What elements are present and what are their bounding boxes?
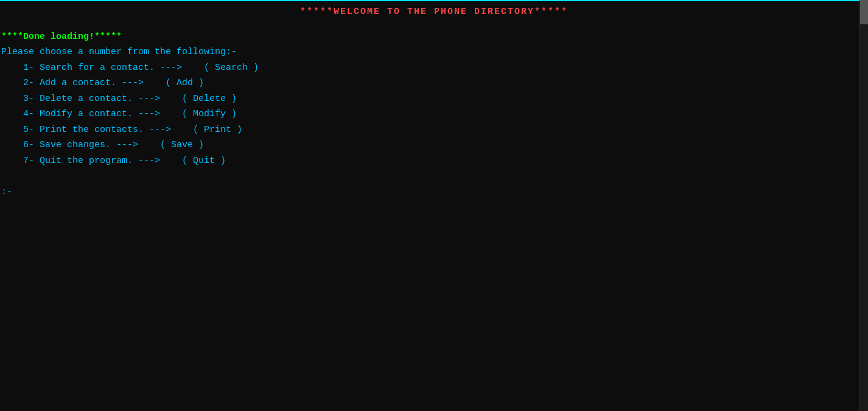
prompt-instruction: Please choose a number from the followin…: [1, 44, 866, 60]
menu-item-6: 6- Save changes. ---> ( Save ): [1, 137, 866, 153]
scrollbar[interactable]: [859, 0, 868, 411]
terminal-window: *****WELCOME TO THE PHONE DIRECTORY*****…: [0, 0, 868, 411]
title-bar: *****WELCOME TO THE PHONE DIRECTORY*****: [0, 0, 868, 23]
input-prompt[interactable]: :-: [1, 184, 866, 200]
menu-item-7: 7- Quit the program. ---> ( Quit ): [1, 153, 866, 169]
menu-item-1: 1- Search for a contact. ---> ( Search ): [1, 60, 866, 76]
menu-item-5: 5- Print the contacts. ---> ( Print ): [1, 122, 866, 138]
spacer: [1, 168, 866, 184]
menu-item-2: 2- Add a contact. ---> ( Add ): [1, 75, 866, 91]
menu-item-4: 4- Modify a contact. ---> ( Modify ): [1, 106, 866, 122]
loading-status: ****Done loading!*****: [1, 29, 866, 45]
menu-item-3: 3- Delete a contact. ---> ( Delete ): [1, 91, 866, 107]
scrollbar-thumb[interactable]: [860, 0, 868, 24]
app-title: *****WELCOME TO THE PHONE DIRECTORY*****: [300, 7, 568, 17]
terminal-content[interactable]: ****Done loading!***** Please choose a n…: [0, 23, 868, 206]
